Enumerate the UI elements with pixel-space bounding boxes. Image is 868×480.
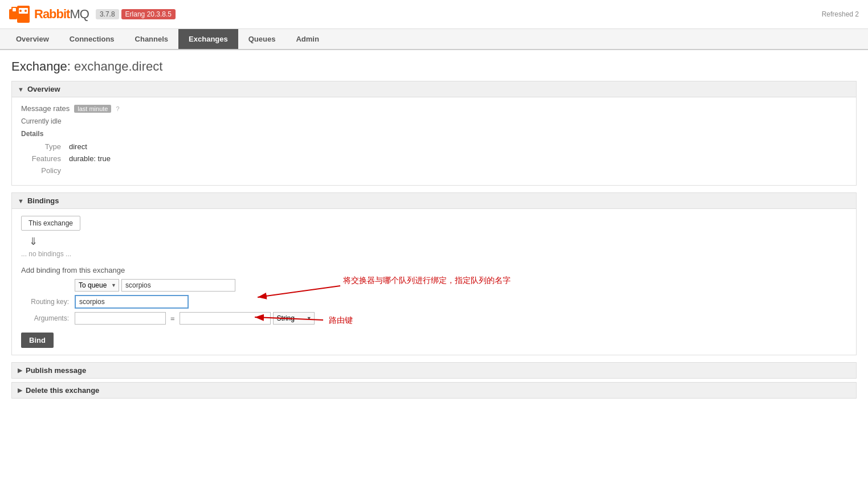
nav-admin[interactable]: Admin: [286, 29, 329, 49]
page-title-name: exchange.direct: [74, 59, 162, 73]
bindings-section-header[interactable]: ▼ Bindings: [11, 192, 857, 209]
delete-collapse-arrow: ▶: [18, 387, 22, 394]
policy-label: Policy: [22, 166, 68, 177]
main-nav: Overview Connections Channels Exchanges …: [0, 29, 868, 50]
annotation-svg: 将交换器与哪个队列进行绑定，指定队列的名字 路由键: [21, 260, 534, 363]
nav-channels[interactable]: Channels: [125, 29, 179, 49]
svg-rect-2: [13, 8, 16, 11]
features-label: Features: [22, 154, 68, 165]
erlang-badge: Erlang 20.3.8.5: [121, 9, 176, 19]
publish-message-header[interactable]: ▶ Publish message: [11, 362, 857, 379]
routing-key-label: Routing key:: [21, 298, 72, 306]
svg-point-5: [19, 10, 22, 12]
last-minute-badge: last minute: [74, 105, 111, 113]
nav-connections[interactable]: Connections: [59, 29, 125, 49]
delete-exchange-section: ▶ Delete this exchange: [11, 382, 857, 399]
publish-message-title: Publish message: [26, 366, 86, 375]
routing-key-row: Routing key:: [21, 295, 847, 309]
to-queue-select[interactable]: To queue: [75, 279, 119, 292]
queue-name-input[interactable]: scorpios: [121, 279, 235, 292]
logo: RabbitMQ: [9, 6, 89, 23]
overview-section-header[interactable]: ▼ Overview: [11, 81, 857, 97]
to-queue-row: To queue scorpios: [21, 279, 847, 292]
message-rates-label: Message rates: [21, 104, 70, 113]
bind-button[interactable]: Bind: [21, 333, 54, 348]
nav-overview[interactable]: Overview: [6, 29, 59, 49]
page-title: Exchange: exchange.direct: [11, 59, 857, 74]
arguments-label: Arguments:: [21, 314, 72, 322]
add-binding-title: Add binding from this exchange: [21, 266, 847, 274]
routing-key-input[interactable]: [75, 295, 189, 309]
arg-val-input[interactable]: [180, 312, 271, 325]
type-label: Type: [22, 142, 68, 153]
delete-exchange-title: Delete this exchange: [26, 386, 99, 395]
add-binding-section: Add binding from this exchange 将交换器: [21, 266, 847, 348]
version-badge: 3.7.8: [96, 9, 119, 19]
type-select[interactable]: String Number Boolean: [273, 312, 315, 325]
type-row: Type direct: [22, 142, 248, 153]
down-arrow-icon: ⇓: [29, 235, 847, 248]
type-select-wrapper[interactable]: String Number Boolean: [273, 312, 315, 325]
help-icon[interactable]: ?: [116, 105, 119, 112]
overview-collapse-arrow: ▼: [18, 86, 24, 93]
bindings-section-title: Bindings: [27, 196, 59, 205]
equals-sign: =: [168, 314, 177, 323]
details-label: Details: [21, 130, 847, 138]
arguments-row: Arguments: = String Number Boolean: [21, 312, 847, 325]
nav-queues[interactable]: Queues: [238, 29, 286, 49]
header: RabbitMQ 3.7.8 Erlang 20.3.8.5 Refreshed…: [0, 0, 868, 29]
currently-idle-text: Currently idle: [21, 117, 847, 125]
publish-collapse-arrow: ▶: [18, 367, 22, 374]
logo-text: RabbitMQ: [34, 7, 89, 22]
no-bindings-text: ... no bindings ...: [21, 250, 847, 258]
bindings-collapse-arrow: ▼: [18, 198, 24, 204]
type-value: direct: [69, 142, 248, 153]
overview-section-title: Overview: [27, 85, 60, 93]
logo-icon: [9, 6, 30, 23]
main-content: Exchange: exchange.direct ▼ Overview Mes…: [0, 50, 868, 411]
this-exchange-button[interactable]: This exchange: [21, 216, 80, 231]
delete-exchange-header[interactable]: ▶ Delete this exchange: [11, 382, 857, 399]
details-table: Type direct Features durable: true Polic…: [21, 141, 249, 178]
bindings-section-body: This exchange ⇓ ... no bindings ... Add …: [11, 209, 857, 355]
to-queue-select-wrapper[interactable]: To queue: [75, 279, 119, 292]
nav-exchanges[interactable]: Exchanges: [178, 29, 238, 49]
message-rates-row: Message rates last minute ?: [21, 104, 847, 113]
svg-point-6: [25, 10, 27, 12]
features-value: durable: true: [69, 154, 248, 165]
arg-key-input[interactable]: [75, 312, 166, 325]
features-row: Features durable: true: [22, 154, 248, 165]
refresh-text: Refreshed 2: [822, 10, 859, 18]
page-title-prefix: Exchange:: [11, 59, 71, 73]
overview-section-body: Message rates last minute ? Currently id…: [11, 97, 857, 186]
policy-row: Policy: [22, 166, 248, 177]
publish-message-section: ▶ Publish message: [11, 362, 857, 379]
policy-value: [69, 166, 248, 177]
